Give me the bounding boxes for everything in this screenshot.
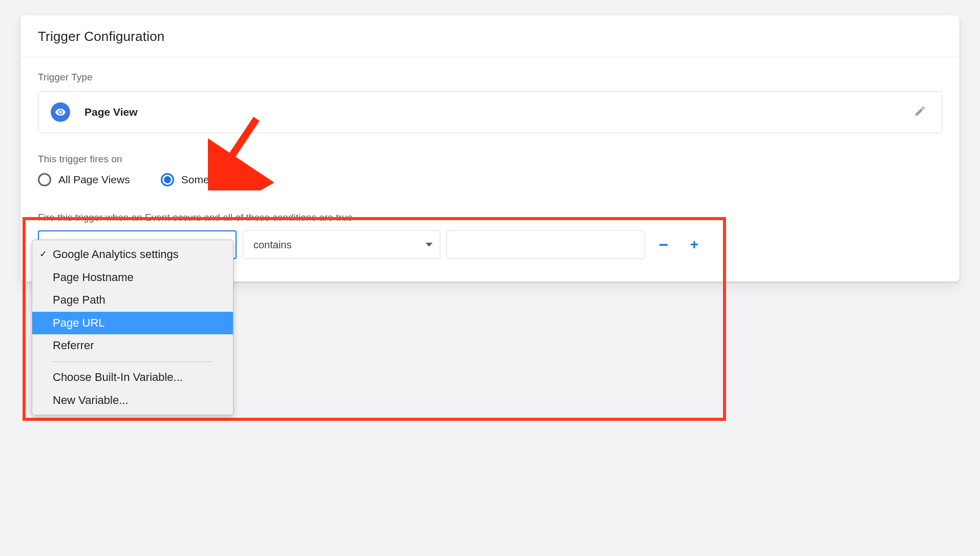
dropdown-item-choose-builtin[interactable]: Choose Built-In Variable...	[32, 366, 233, 389]
trigger-type-row[interactable]: Page View	[38, 91, 942, 133]
dropdown-item-label: Page Hostname	[53, 271, 134, 284]
add-condition-button[interactable]: +	[682, 232, 707, 257]
fires-on-label: This trigger fires on	[38, 154, 942, 165]
conditions-label: Fire this trigger when an Event occurs a…	[38, 212, 942, 223]
dropdown-item-page-path[interactable]: Page Path	[32, 289, 233, 312]
card-header: Trigger Configuration	[20, 15, 960, 57]
eye-icon	[51, 102, 70, 122]
dropdown-item-referrer[interactable]: Referrer	[32, 334, 233, 357]
operator-select-value: contains	[253, 239, 292, 251]
value-input[interactable]	[446, 230, 645, 259]
trigger-type-left: Page View	[51, 102, 138, 122]
radio-circle-unselected	[38, 173, 51, 186]
dropdown-item-new-variable[interactable]: New Variable...	[32, 389, 233, 412]
dropdown-item-page-hostname[interactable]: Page Hostname	[32, 266, 233, 289]
trigger-type-name: Page View	[84, 106, 138, 118]
radio-circle-selected	[161, 173, 174, 186]
dropdown-item-label: New Variable...	[53, 394, 129, 407]
fires-on-radio-group: All Page Views Some Page Views	[38, 173, 942, 186]
dropdown-item-label: Choose Built-In Variable...	[53, 371, 183, 383]
radio-dot	[164, 176, 171, 183]
dropdown-item-page-url[interactable]: Page URL	[32, 312, 233, 335]
dropdown-item-label: Page URL	[53, 316, 105, 329]
card-title: Trigger Configuration	[38, 29, 942, 45]
pencil-icon	[914, 105, 926, 117]
radio-label-all: All Page Views	[58, 174, 130, 186]
dropdown-item-ga-settings[interactable]: ✓ Google Analytics settings	[32, 243, 233, 266]
variable-dropdown-menu: ✓ Google Analytics settings Page Hostnam…	[32, 240, 233, 415]
dropdown-item-label: Page Path	[53, 293, 105, 306]
dropdown-item-label: Referrer	[53, 339, 94, 352]
radio-label-some: Some Page Views	[181, 174, 269, 186]
trigger-type-label: Trigger Type	[38, 72, 942, 83]
remove-condition-button[interactable]: −	[651, 232, 676, 257]
edit-trigger-type-button[interactable]	[911, 102, 929, 122]
radio-some-page-views[interactable]: Some Page Views	[161, 173, 269, 186]
dropdown-divider	[53, 361, 212, 362]
radio-all-page-views[interactable]: All Page Views	[38, 173, 130, 186]
dropdown-item-label: Google Analytics settings	[53, 248, 179, 261]
chevron-down-icon	[425, 243, 433, 247]
check-icon: ✓	[39, 248, 47, 260]
operator-select[interactable]: contains	[243, 230, 440, 259]
